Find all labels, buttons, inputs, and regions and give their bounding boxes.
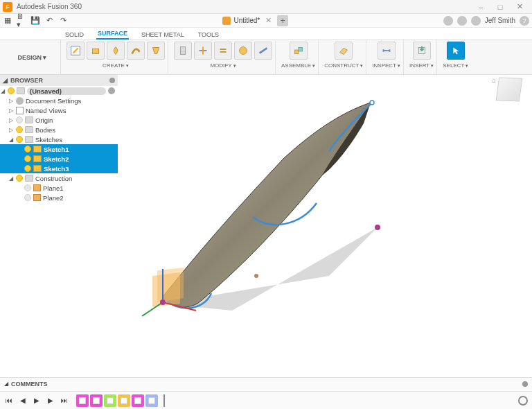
tree-sketch1[interactable]: Sketch1 [0, 144, 118, 154]
comments-bar[interactable]: ◢ COMMENTS [0, 377, 532, 390]
expand-icon[interactable]: ◢ [8, 175, 14, 182]
visibility-icon[interactable] [16, 126, 23, 133]
stitch-icon[interactable] [214, 42, 232, 60]
dropdown-icon[interactable]: ▾ [126, 63, 129, 69]
new-document-button[interactable]: + [277, 15, 288, 26]
visibility-icon[interactable] [24, 165, 31, 172]
group-label-create[interactable]: CREATE [103, 62, 125, 69]
window-close-button[interactable]: ✕ [510, 1, 529, 12]
dropdown-icon[interactable]: ▾ [312, 63, 315, 69]
visibility-icon[interactable] [16, 116, 23, 123]
tree-plane1[interactable]: Plane1 [0, 183, 118, 193]
dropdown-icon[interactable]: ▾ [233, 63, 236, 69]
timeline-feature-sketch[interactable] [76, 394, 89, 407]
data-panel-icon[interactable]: ▦ [3, 16, 12, 26]
group-label-insert[interactable]: INSERT [409, 62, 429, 69]
visibility-icon[interactable] [24, 194, 31, 201]
tree-root[interactable]: ◢ (Unsaved) [0, 86, 118, 96]
tree-bodies[interactable]: ▷ Bodies [0, 125, 118, 134]
group-label-assemble[interactable]: ASSEMBLE [281, 62, 311, 69]
undo-icon[interactable]: ↶ [44, 16, 54, 26]
expand-icon[interactable]: ▷ [8, 107, 14, 114]
root-options-icon[interactable] [108, 87, 115, 94]
trim-icon[interactable] [194, 42, 212, 60]
timeline-settings-icon[interactable] [518, 396, 528, 406]
timeline-feature-plane[interactable] [118, 394, 130, 407]
revolve-icon[interactable] [107, 42, 125, 60]
view-cube[interactable]: ⌂ [497, 78, 525, 105]
expand-icon[interactable]: ◢ [8, 137, 14, 143]
tree-named-views[interactable]: ▷ Named Views [0, 105, 118, 115]
timeline-to-end[interactable]: ⏭ [60, 396, 69, 406]
timeline-feature-plane[interactable] [104, 394, 116, 407]
insert-icon[interactable] [413, 42, 431, 60]
notifications-icon[interactable] [471, 16, 481, 26]
expand-icon[interactable]: ◢ [4, 381, 8, 387]
window-maximize-button[interactable]: □ [490, 1, 510, 12]
sweep-icon[interactable] [127, 42, 145, 60]
document-tab[interactable]: Untitled* [222, 17, 260, 25]
tab-sheet-metal[interactable]: SHEET METAL [140, 30, 186, 40]
extensions-icon[interactable] [443, 16, 453, 26]
assemble-icon[interactable] [290, 42, 308, 60]
visibility-icon[interactable] [16, 136, 23, 143]
expand-icon[interactable]: ▷ [8, 117, 14, 123]
timeline-feature-sketch[interactable] [132, 394, 144, 407]
tree-sketch3[interactable]: Sketch3 [0, 164, 118, 173]
tab-solid[interactable]: SOLID [64, 30, 85, 40]
home-view-icon[interactable]: ⌂ [492, 76, 496, 84]
group-label-inspect[interactable]: INSPECT [372, 62, 396, 69]
visibility-icon[interactable] [16, 175, 23, 182]
group-label-modify[interactable]: MODIFY [210, 62, 231, 69]
account-name[interactable]: Jeff Smith [485, 17, 515, 24]
construct-plane-icon[interactable] [335, 42, 353, 60]
tab-surface[interactable]: SURFACE [96, 28, 129, 40]
workspace-switcher[interactable]: DESIGN ▾ [4, 40, 61, 74]
press-pull-icon[interactable] [174, 42, 192, 60]
expand-icon[interactable]: ◢ [3, 77, 8, 84]
expand-icon[interactable]: ▷ [8, 127, 14, 133]
dropdown-icon[interactable]: ▾ [466, 63, 468, 69]
tree-sketch2[interactable]: Sketch2 [0, 154, 118, 164]
tree-sketches[interactable]: ◢ Sketches [0, 134, 118, 144]
redo-icon[interactable]: ↷ [58, 16, 68, 26]
select-tool-icon[interactable] [447, 42, 465, 60]
extrude-icon[interactable] [87, 42, 105, 60]
help-icon[interactable]: ? [520, 16, 529, 26]
dropdown-icon[interactable]: ▾ [431, 63, 434, 69]
visibility-icon[interactable] [8, 87, 15, 94]
document-close-button[interactable]: ✕ [263, 16, 274, 25]
tree-plane2[interactable]: Plane2 [0, 193, 118, 202]
tab-tools[interactable]: TOOLS [197, 30, 220, 40]
group-label-construct[interactable]: CONSTRUCT [324, 62, 359, 69]
group-label-select[interactable]: SELECT [443, 62, 464, 69]
tree-construction[interactable]: ◢ Construction [0, 173, 118, 183]
window-minimize-button[interactable]: – [471, 1, 490, 12]
expand-icon[interactable]: ▷ [8, 98, 14, 104]
panel-options-icon[interactable] [109, 78, 115, 83]
timeline-play[interactable]: ▶ [32, 396, 42, 406]
timeline-step-back[interactable]: ◀ [18, 396, 28, 406]
file-menu-icon[interactable]: 🗎▾ [17, 16, 26, 26]
comments-options-icon[interactable] [522, 381, 528, 387]
browser-header[interactable]: ◢ BROWSER [0, 75, 118, 86]
patch-icon[interactable] [234, 42, 252, 60]
save-icon[interactable]: 💾 [30, 16, 40, 26]
extend-icon[interactable] [254, 42, 272, 60]
tree-origin[interactable]: ▷ Origin [0, 115, 118, 125]
timeline-playhead[interactable] [163, 394, 165, 407]
visibility-icon[interactable] [24, 146, 31, 153]
job-status-icon[interactable] [457, 16, 467, 26]
timeline-to-start[interactable]: ⏮ [4, 396, 14, 406]
visibility-icon[interactable] [24, 155, 31, 162]
inspect-icon[interactable] [378, 42, 396, 60]
dropdown-icon[interactable]: ▾ [398, 63, 400, 69]
timeline-step-forward[interactable]: ▶ [46, 396, 55, 406]
timeline-feature-sketch[interactable] [90, 394, 103, 407]
expand-icon[interactable]: ◢ [0, 88, 6, 94]
visibility-icon[interactable] [24, 184, 31, 191]
timeline-feature-loft[interactable] [145, 394, 158, 407]
create-sketch-icon[interactable] [66, 42, 85, 60]
dropdown-icon[interactable]: ▾ [360, 63, 363, 69]
tree-document-settings[interactable]: ▷ Document Settings [0, 96, 118, 105]
